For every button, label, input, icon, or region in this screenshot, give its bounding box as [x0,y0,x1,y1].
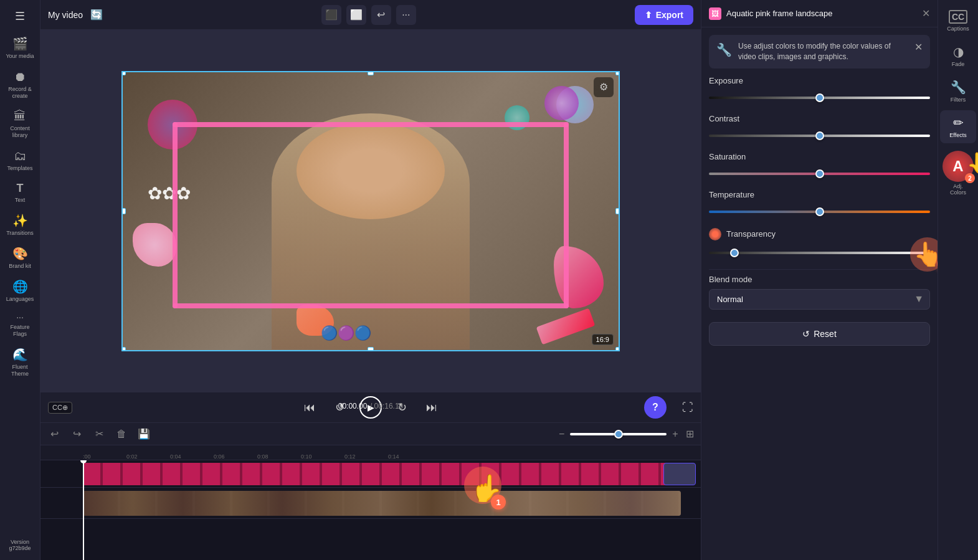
export-button[interactable]: ⬆ Export [635,5,693,25]
effects-label: Effects [949,132,966,138]
exposure-label: Exposure [709,76,930,85]
crop-button[interactable]: ⬛ [321,5,341,25]
sidebar-item-version[interactable]: Versiong72b9de [2,535,38,555]
sidebar-label-transitions: Transitions [6,230,34,236]
playhead[interactable] [83,460,84,560]
sidebar-item-text[interactable]: T Text [2,178,38,207]
skip-forward-button[interactable]: ⏭ [422,397,442,417]
blend-mode-select[interactable]: Normal Multiply Screen Overlay [709,289,930,310]
ruler-mark-8: 0:08 [257,453,268,460]
sidebar-item-effects[interactable]: ✏ Effects [940,110,976,143]
tooltip-text: Use adjust colors to modify the color va… [738,41,908,62]
purple-ball [544,86,579,120]
transparency-label: Transparency [709,228,930,240]
fade-icon: ◑ [953,44,964,59]
filters-icon: 🔧 [951,80,966,95]
sidebar-item-captions[interactable]: CC Captions [940,5,976,37]
handle-bottom-left[interactable] [121,347,126,351]
video-clip[interactable] [83,491,681,516]
sidebar-label-text: Text [15,197,26,203]
sidebar-item-feature-flags[interactable]: ··· FeatureFlags [2,308,38,341]
ruler-mark-6: 0:06 [214,453,225,460]
zoom-in-button[interactable]: + [669,425,681,443]
more-options-button[interactable]: ··· [396,5,416,25]
caption-toggle[interactable]: CC⊕ [48,402,72,414]
saturation-section: Saturation [709,152,930,178]
panel-content: Exposure Contrast Saturation Temperature… [701,76,938,560]
timeline-area: ↩ ↪ ✂ 🗑 💾 − + ⊞ :00 0:02 0:04 0:06 0:08 … [40,423,701,560]
timeline-redo-button[interactable]: ↪ [68,425,85,443]
handle-top-mid[interactable] [368,71,374,75]
exposure-slider[interactable] [709,97,930,99]
timeline-toolbar: ↩ ↪ ✂ 🗑 💾 − + ⊞ [40,423,701,445]
reset-button[interactable]: ↺ Reset [709,322,930,346]
fit-timeline-button[interactable]: ⊞ [684,425,696,443]
handle-top-left[interactable] [121,71,126,75]
main-area: My video 🔄 ⬛ ⬜ ↩ ··· ⬆ Export [40,0,701,560]
transparency-slider[interactable] [709,252,930,254]
sidebar-label-content-library: Contentlibrary [10,125,30,139]
left-sidebar: ☰ 🎬 Your media ⏺ Record &create 🏛 Conten… [0,0,40,560]
sidebar-item-transitions[interactable]: ✨ Transitions [2,209,38,240]
sidebar-item-fluent-theme[interactable]: 🌊 FluentTheme [2,343,38,381]
zoom-slider[interactable] [570,433,667,435]
sidebar-item-record[interactable]: ⏺ Record &create [2,66,38,103]
contrast-slider[interactable] [709,135,930,137]
sidebar-item-templates[interactable]: 🗂 Templates [2,145,38,176]
temperature-section: Temperature [709,190,930,216]
temperature-slider[interactable] [709,211,930,213]
ruler-mark-14: 0:14 [388,453,399,460]
handle-bottom-mid[interactable] [368,347,374,351]
sidebar-item-fade[interactable]: ◑ Fade [940,39,976,72]
reset-label: Reset [814,329,837,339]
handle-right-mid[interactable] [615,208,620,214]
handle-left-mid[interactable] [121,208,126,214]
main-clip[interactable] [83,463,681,485]
cursor-annotation-2-wrapper: A 2 👆 Adj.Colors [942,151,974,196]
timeline-ruler: :00 0:02 0:04 0:06 0:08 0:10 0:12 0:14 [40,445,701,460]
blend-mode-label: Blend mode [709,275,930,284]
zoom-out-button[interactable]: − [556,425,567,443]
help-button[interactable]: ? [644,396,667,419]
exposure-section: Exposure [709,76,930,102]
sidebar-item-content-library[interactable]: 🏛 Contentlibrary [2,105,38,143]
sidebar-item-your-media[interactable]: 🎬 Your media [2,32,38,64]
time-display: 00:00.00 / 00:16.10 [338,400,404,411]
time-current: 00:00.00 [338,402,368,411]
timeline-undo-button[interactable]: ↩ [45,425,63,443]
tooltip-close-button[interactable]: ✕ [914,41,923,53]
end-clip[interactable] [663,463,696,485]
timeline-cut-button[interactable]: ✂ [90,425,108,443]
sidebar-label-templates: Templates [7,165,32,172]
handle-bottom-right[interactable] [615,347,620,351]
content-library-icon: 🏛 [14,109,26,123]
skip-back-button[interactable]: ⏮ [300,397,320,417]
undo-button[interactable]: ↩ [371,5,391,25]
sidebar-item-languages[interactable]: 🌐 Languages [2,275,38,306]
resize-button[interactable]: ⬜ [346,5,366,25]
saturation-slider[interactable] [709,173,930,175]
sidebar-item-brand-kit[interactable]: 🎨 Brand kit [2,242,38,273]
fullscreen-button[interactable]: ⛶ [682,401,693,414]
sync-icon: 🔄 [90,9,103,21]
timeline-tracks: 👆 1 [40,460,701,560]
text-icon: T [17,182,24,195]
handle-top-right[interactable] [615,71,620,75]
teal-ball [505,105,529,130]
tooltip-box: 🔧 Use adjust colors to modify the color … [709,35,930,69]
canvas-settings-button[interactable]: ⚙ [594,77,614,97]
close-panel-button[interactable]: ✕ [922,7,930,19]
canvas-frame: ✿✿✿ 🔵🟣🔵 ⚙ [121,71,620,351]
hamburger-icon: ☰ [15,9,25,23]
timeline-delete-button[interactable]: 🗑 [113,425,130,443]
hamburger-menu[interactable]: ☰ [2,5,38,27]
pink-shell [554,246,604,308]
filters-label: Filters [951,97,966,103]
timeline-save-button[interactable]: 💾 [135,425,153,443]
sidebar-item-filters[interactable]: 🔧 Filters [940,75,976,108]
ruler-mark-10: 0:10 [301,453,312,460]
right-panel-header: 🖼 Aquatic pink frame landscape ✕ [701,0,938,27]
color-wheel-button[interactable]: A 2 [942,151,974,182]
top-bar: My video 🔄 ⬛ ⬜ ↩ ··· ⬆ Export [40,0,701,30]
panel-asset-icon: 🖼 [709,7,721,20]
